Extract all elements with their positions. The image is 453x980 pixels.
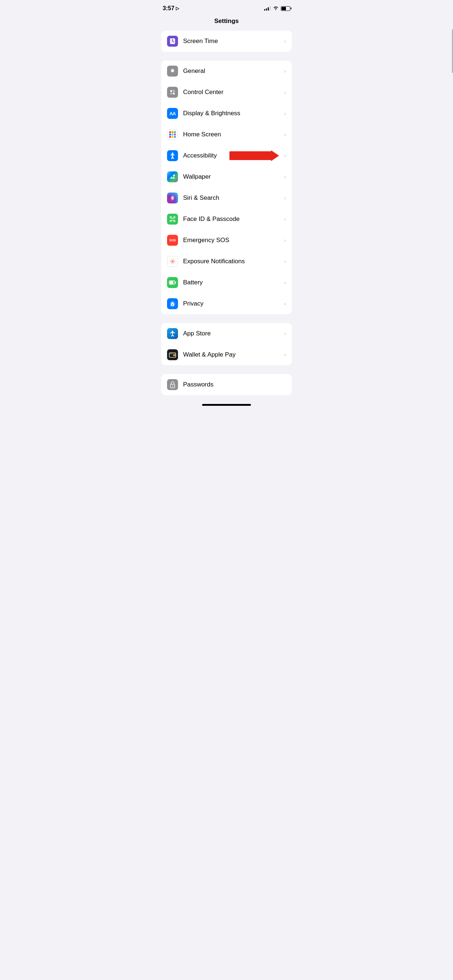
settings-row-emergency-sos[interactable]: SOS Emergency SOS › bbox=[161, 230, 292, 251]
siri-search-chevron: › bbox=[284, 195, 286, 201]
exposure-notifications-icon bbox=[167, 256, 178, 267]
wallpaper-icon bbox=[167, 171, 178, 182]
svg-rect-15 bbox=[174, 136, 176, 138]
svg-rect-21 bbox=[170, 216, 171, 218]
battery-chevron: › bbox=[284, 280, 286, 285]
svg-rect-3 bbox=[170, 90, 172, 92]
page-title: Settings bbox=[155, 14, 298, 30]
general-icon bbox=[167, 65, 178, 76]
emergency-sos-chevron: › bbox=[284, 237, 286, 243]
battery-fill bbox=[282, 7, 286, 10]
wallet-icon bbox=[167, 349, 178, 360]
screen-time-label: Screen Time bbox=[183, 38, 284, 45]
accessibility-icon bbox=[167, 150, 178, 161]
screen-time-icon bbox=[167, 36, 178, 47]
svg-rect-9 bbox=[174, 131, 176, 133]
settings-group-general: General › Control Center › AA Display & … bbox=[161, 60, 292, 314]
emergency-sos-label: Emergency SOS bbox=[183, 237, 284, 244]
battery-settings-icon bbox=[167, 277, 178, 288]
signal-bar-1 bbox=[264, 9, 265, 11]
wallpaper-label: Wallpaper bbox=[183, 173, 284, 180]
wifi-icon bbox=[273, 5, 279, 11]
settings-row-privacy[interactable]: Privacy › bbox=[161, 293, 292, 314]
status-bar: 3:57 ▷ bbox=[155, 0, 298, 14]
settings-row-general[interactable]: General › bbox=[161, 60, 292, 82]
signal-bars bbox=[264, 6, 271, 11]
svg-point-17 bbox=[173, 175, 175, 177]
signal-bar-3 bbox=[268, 7, 269, 11]
privacy-label: Privacy bbox=[183, 300, 284, 307]
settings-row-battery[interactable]: Battery › bbox=[161, 272, 292, 293]
svg-rect-32 bbox=[170, 281, 173, 284]
display-brightness-chevron: › bbox=[284, 110, 286, 116]
control-center-icon bbox=[167, 87, 178, 98]
app-store-icon bbox=[167, 328, 178, 339]
app-store-chevron: › bbox=[284, 331, 286, 337]
privacy-chevron: › bbox=[284, 301, 286, 307]
screen-time-chevron: › bbox=[284, 38, 286, 44]
svg-rect-5 bbox=[170, 92, 172, 94]
svg-point-25 bbox=[171, 218, 172, 219]
svg-rect-8 bbox=[172, 131, 174, 133]
accessibility-arrow bbox=[230, 150, 279, 161]
settings-row-screen-time[interactable]: Screen Time › bbox=[161, 30, 292, 52]
status-icons bbox=[264, 5, 290, 11]
settings-row-display-brightness[interactable]: AA Display & Brightness › bbox=[161, 103, 292, 124]
signal-bar-2 bbox=[266, 8, 267, 11]
svg-point-0 bbox=[275, 9, 276, 10]
status-time: 3:57 ▷ bbox=[163, 5, 179, 12]
svg-point-28 bbox=[172, 261, 174, 262]
svg-rect-40 bbox=[170, 353, 172, 354]
general-chevron: › bbox=[284, 68, 286, 74]
svg-point-42 bbox=[172, 386, 173, 387]
settings-row-face-id[interactable]: Face ID & Passcode › bbox=[161, 208, 292, 230]
siri-icon bbox=[167, 192, 178, 204]
settings-row-passwords[interactable]: Passwords bbox=[161, 374, 292, 395]
time-display: 3:57 bbox=[163, 5, 174, 12]
svg-point-20 bbox=[172, 197, 173, 199]
home-screen-label: Home Screen bbox=[183, 131, 284, 138]
settings-row-control-center[interactable]: Control Center › bbox=[161, 82, 292, 103]
control-center-chevron: › bbox=[284, 89, 286, 95]
home-screen-icon bbox=[167, 129, 178, 140]
display-brightness-label: Display & Brightness bbox=[183, 110, 284, 117]
battery-icon bbox=[281, 6, 290, 11]
svg-rect-13 bbox=[169, 136, 171, 138]
battery-label: Battery bbox=[183, 279, 284, 286]
svg-rect-6 bbox=[173, 92, 175, 94]
svg-rect-38 bbox=[173, 355, 175, 356]
privacy-icon bbox=[167, 298, 178, 309]
siri-search-label: Siri & Search bbox=[183, 194, 284, 202]
settings-row-wallpaper[interactable]: Wallpaper › bbox=[161, 166, 292, 188]
svg-rect-24 bbox=[174, 220, 175, 222]
display-brightness-icon: AA bbox=[167, 108, 178, 119]
control-center-label: Control Center bbox=[183, 89, 284, 96]
svg-point-35 bbox=[172, 304, 173, 305]
svg-rect-10 bbox=[169, 134, 171, 135]
home-indicator[interactable] bbox=[202, 404, 251, 406]
svg-rect-22 bbox=[174, 216, 175, 218]
general-label: General bbox=[183, 67, 284, 75]
exposure-notifications-chevron: › bbox=[284, 258, 286, 264]
emergency-sos-icon: SOS bbox=[167, 235, 178, 246]
svg-rect-12 bbox=[174, 134, 176, 135]
signal-bar-4 bbox=[270, 6, 271, 11]
face-id-icon bbox=[167, 214, 178, 224]
settings-row-home-screen[interactable]: Home Screen › bbox=[161, 124, 292, 145]
location-icon: ▷ bbox=[176, 6, 179, 11]
svg-rect-4 bbox=[173, 90, 175, 92]
settings-row-app-store[interactable]: App Store › bbox=[161, 323, 292, 344]
wallet-chevron: › bbox=[284, 352, 286, 358]
settings-row-accessibility[interactable]: Accessibility › bbox=[161, 145, 292, 166]
home-screen-chevron: › bbox=[284, 132, 286, 137]
svg-rect-7 bbox=[169, 131, 171, 133]
wallpaper-chevron: › bbox=[284, 174, 286, 180]
settings-row-wallet[interactable]: Wallet & Apple Pay › bbox=[161, 344, 292, 365]
accessibility-chevron: › bbox=[284, 153, 286, 159]
settings-row-siri-search[interactable]: Siri & Search › bbox=[161, 188, 292, 208]
settings-group-apps: App Store › Wallet & Apple Pay › bbox=[161, 323, 292, 365]
svg-rect-23 bbox=[170, 220, 171, 222]
svg-rect-14 bbox=[172, 136, 174, 138]
settings-group-partial: Passwords bbox=[161, 374, 292, 395]
settings-row-exposure-notifications[interactable]: Exposure Notifications › bbox=[161, 251, 292, 272]
